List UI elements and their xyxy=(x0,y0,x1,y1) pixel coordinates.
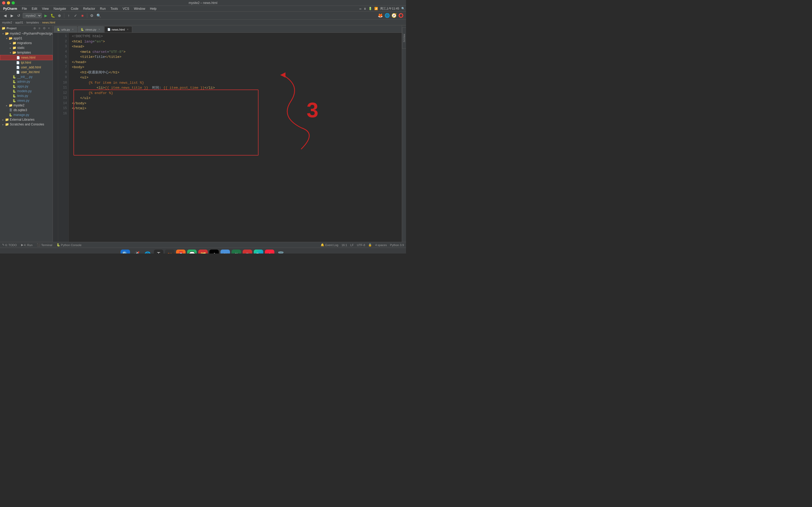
dock-wechat[interactable]: 💬 xyxy=(187,249,197,254)
dock-trash[interactable]: 🗑️ xyxy=(276,249,286,254)
tree-item-app01[interactable]: ▾📂app01 xyxy=(0,36,53,41)
event-log-btn[interactable]: 🔔 Event Log xyxy=(321,243,338,247)
browser-firefox[interactable]: 🦊 xyxy=(377,13,383,18)
toolbar-btn-run[interactable]: ▶ xyxy=(43,13,49,18)
dock-postman[interactable]: 📮 xyxy=(176,249,186,254)
tree-label: migrations xyxy=(17,41,32,45)
dock-pycharm[interactable]: Py xyxy=(254,249,263,254)
sidebar-expand-btn[interactable]: ≡ xyxy=(37,26,42,31)
tree-arrow: ▸ xyxy=(1,118,5,121)
file-menu-item[interactable]: File xyxy=(20,6,29,11)
code-area[interactable]: <!DOCTYPE html><html lang="en"><head> <m… xyxy=(69,33,402,242)
gutter-line-16 xyxy=(53,110,58,115)
tree-item-apps-py[interactable]: 🐍apps.py xyxy=(0,84,53,89)
code-line-13: </ul> xyxy=(72,96,402,101)
tree-item-tpl-html[interactable]: 📄tpl.html xyxy=(0,60,53,65)
tab-close-btn[interactable]: × xyxy=(126,28,129,31)
tree-item-news-html[interactable]: 📄news.html xyxy=(0,55,53,60)
run-btn[interactable]: ▶ 4: Run xyxy=(21,243,33,247)
dock-music[interactable]: ♪ xyxy=(265,249,274,254)
toolbar-btn-vcs[interactable]: ↑ xyxy=(66,13,71,18)
dock-navicat[interactable]: N xyxy=(220,249,230,254)
terminal-btn[interactable]: ⬛ Terminal xyxy=(37,243,52,247)
indent-setting[interactable]: 4 spaces xyxy=(375,243,387,247)
python-console-btn[interactable]: 🐍 Python Console xyxy=(57,243,82,247)
dock-filezilla[interactable]: 📁 xyxy=(198,249,208,254)
code-line-12: {% endfor %} xyxy=(72,91,402,96)
minimize-button[interactable] xyxy=(7,1,10,4)
edit-menu-item[interactable]: Edit xyxy=(30,6,39,11)
sidebar-close-btn[interactable]: × xyxy=(47,26,51,31)
maximize-button[interactable] xyxy=(12,1,15,4)
toolbar-btn-debug[interactable]: 🐛 xyxy=(50,13,55,18)
dock-chrome[interactable]: 🌐 xyxy=(143,249,152,254)
tab-urls-py[interactable]: 🐍urls.py× xyxy=(54,26,77,33)
tree-item-mysite2[interactable]: ▾📂mysite2 ~/PycharmProjects/gx/my xyxy=(0,31,53,36)
search-icon[interactable]: 🔍 xyxy=(401,7,405,10)
view-menu-item[interactable]: View xyxy=(40,6,51,11)
tree-item-static[interactable]: ▸📁static xyxy=(0,45,53,50)
tab-news-html[interactable]: 📄news.html× xyxy=(104,26,133,33)
vcs-menu-item[interactable]: VCS xyxy=(120,6,132,11)
refactor-menu-item[interactable]: Refactor xyxy=(81,6,97,11)
toolbar-btn-coverage[interactable]: ⊕ xyxy=(57,13,62,18)
sidebar-locate-btn[interactable]: ⊕ xyxy=(33,26,37,31)
toolbar-btn-stop[interactable]: ■ xyxy=(80,13,85,18)
dock-redis[interactable]: R xyxy=(243,249,252,254)
tree-item-models-py[interactable]: 🐍models.py xyxy=(0,89,53,94)
py-tab-icon: 🐍 xyxy=(57,28,60,31)
editor-content[interactable]: 12345678910111213141516 <!DOCTYPE html><… xyxy=(53,33,402,242)
dock-jetbrains[interactable]: J xyxy=(209,249,219,254)
tree-item-views-py[interactable]: 🐍views.py xyxy=(0,98,53,103)
browser-safari[interactable]: 🧭 xyxy=(391,13,397,18)
toolbar-btn-forward[interactable]: ▶ xyxy=(9,13,15,18)
app-menu-item[interactable]: PyCharm xyxy=(1,6,19,11)
todo-btn[interactable]: ✎ 6: TODO xyxy=(2,243,17,247)
tree-item-user-add-html[interactable]: 📄user_add.html xyxy=(0,65,53,70)
toolbar-btn-back[interactable]: ◀ xyxy=(2,13,8,18)
window-menu-item[interactable]: Window xyxy=(132,6,148,11)
code-menu-item[interactable]: Code xyxy=(69,6,81,11)
dock-24h[interactable]: 24 xyxy=(165,249,174,254)
breadcrumb-mysite2[interactable]: mysite2 xyxy=(2,21,12,24)
run-config-select[interactable]: mysite2 xyxy=(23,13,42,18)
dock-excel[interactable]: X xyxy=(232,249,241,254)
run-label: 4: Run xyxy=(24,243,33,247)
sidebar-settings-btn[interactable]: ⚙ xyxy=(42,26,46,31)
breadcrumb-app01[interactable]: app01 xyxy=(15,21,23,24)
dock-finder[interactable]: 🔍 xyxy=(120,249,130,254)
tree-item-scratches-and-consoles[interactable]: ▸📁Scratches and Consoles xyxy=(0,122,53,127)
tab-close-btn[interactable]: × xyxy=(71,28,74,31)
dock-launchpad[interactable]: 🚀 xyxy=(132,249,141,254)
toolbar-btn-refresh[interactable]: ↺ xyxy=(16,13,22,18)
tree-item-templates[interactable]: ▾📂templates xyxy=(0,50,53,55)
close-button[interactable] xyxy=(2,1,5,4)
tree-item-manage-py[interactable]: 🐍manage.py xyxy=(0,112,53,117)
toolbar-btn-search[interactable]: 🔍 xyxy=(96,13,101,18)
tree-item-tests-py[interactable]: 🐍tests.py xyxy=(0,94,53,98)
browser-opera[interactable]: ⭕ xyxy=(398,13,404,18)
tree-item-mysite2[interactable]: ▸📁mysite2 xyxy=(0,103,53,108)
tab-views-py[interactable]: 🐍views.py× xyxy=(78,26,104,33)
toolbar-btn-build[interactable]: ⚙ xyxy=(89,13,95,18)
tab-close-btn[interactable]: × xyxy=(98,28,101,31)
tree-item-db-sqlite3[interactable]: 🗄db.sqlite3 xyxy=(0,108,53,112)
tree-item-user-list-html[interactable]: 📄user_list.html xyxy=(0,70,53,74)
tools-menu-item[interactable]: Tools xyxy=(108,6,120,11)
tree-item---init---py[interactable]: 🐍__init__.py xyxy=(0,74,53,79)
breadcrumb-news-html[interactable]: news.html xyxy=(42,21,55,24)
python-version[interactable]: Python 3.9 xyxy=(390,243,404,247)
navigate-menu-item[interactable]: Navigate xyxy=(52,6,68,11)
line-separator[interactable]: LF xyxy=(350,243,354,247)
tree-item-admin-py[interactable]: 🐍admin.py xyxy=(0,79,53,84)
tree-item-migrations[interactable]: ▸📁migrations xyxy=(0,41,53,45)
toolbar-btn-commit[interactable]: ✓ xyxy=(73,13,79,18)
dock-typora[interactable]: T xyxy=(154,249,163,254)
encoding[interactable]: UTF-8 xyxy=(357,243,365,247)
breadcrumb-templates[interactable]: templates xyxy=(27,21,39,24)
sciview-tab[interactable]: SciView xyxy=(402,27,406,49)
run-menu-item[interactable]: Run xyxy=(98,6,108,11)
browser-chrome[interactable]: 🌐 xyxy=(384,13,390,18)
tree-item-external-libraries[interactable]: ▸📁External Libraries xyxy=(0,117,53,122)
help-menu-item[interactable]: Help xyxy=(148,6,159,11)
